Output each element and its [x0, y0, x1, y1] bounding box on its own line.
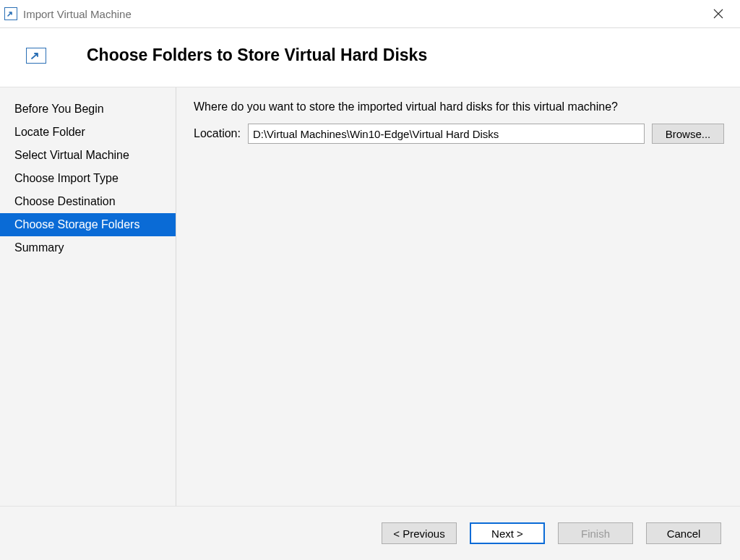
- wizard-window: Import Virtual Machine Choose Folders to…: [0, 0, 740, 560]
- location-input[interactable]: [248, 124, 645, 144]
- previous-button[interactable]: < Previous: [382, 522, 457, 544]
- import-arrow-icon: [26, 48, 46, 64]
- location-row: Location: Browse...: [194, 124, 724, 144]
- page-title: Choose Folders to Store Virtual Hard Dis…: [87, 46, 427, 65]
- window-title: Import Virtual Machine: [23, 8, 132, 20]
- step-summary[interactable]: Summary: [0, 236, 176, 259]
- wizard-steps-sidebar: Before You Begin Locate Folder Select Vi…: [0, 87, 176, 506]
- titlebar-right: [710, 0, 740, 27]
- import-arrow-icon: [4, 7, 17, 20]
- step-before-you-begin[interactable]: Before You Begin: [0, 98, 176, 121]
- wizard-header: Choose Folders to Store Virtual Hard Dis…: [0, 28, 740, 87]
- titlebar: Import Virtual Machine: [0, 0, 740, 28]
- wizard-content: Where do you want to store the imported …: [176, 87, 740, 506]
- titlebar-left: Import Virtual Machine: [0, 7, 132, 20]
- next-button[interactable]: Next >: [470, 522, 545, 544]
- step-select-virtual-machine[interactable]: Select Virtual Machine: [0, 144, 176, 167]
- step-choose-import-type[interactable]: Choose Import Type: [0, 167, 176, 190]
- wizard-body: Before You Begin Locate Folder Select Vi…: [0, 87, 740, 506]
- step-choose-destination[interactable]: Choose Destination: [0, 190, 176, 213]
- wizard-footer: < Previous Next > Finish Cancel: [0, 506, 740, 560]
- step-locate-folder[interactable]: Locate Folder: [0, 121, 176, 144]
- cancel-button[interactable]: Cancel: [646, 522, 721, 544]
- prompt-text: Where do you want to store the imported …: [194, 100, 724, 113]
- finish-button: Finish: [558, 522, 633, 544]
- step-choose-storage-folders[interactable]: Choose Storage Folders: [0, 213, 176, 236]
- browse-button[interactable]: Browse...: [652, 124, 724, 144]
- location-label: Location:: [194, 127, 241, 140]
- close-button[interactable]: [710, 5, 727, 22]
